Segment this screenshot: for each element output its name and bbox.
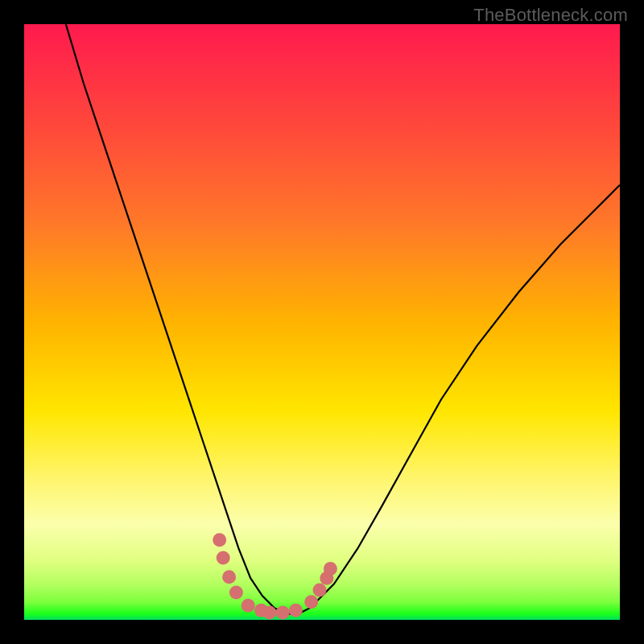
curve-marker (304, 595, 318, 609)
curve-marker (229, 586, 243, 600)
chart-frame: TheBottleneck.com (0, 0, 644, 644)
chart-svg (24, 24, 620, 620)
brand-label: TheBottleneck.com (473, 5, 628, 26)
curve-marker (276, 606, 290, 620)
curve-marker (262, 606, 276, 620)
curve-marker (222, 570, 236, 584)
curve-marker (242, 599, 255, 613)
curve-marker (324, 562, 337, 576)
bottleneck-curve (66, 24, 620, 614)
plot-area (24, 24, 620, 620)
curve-marker (289, 604, 303, 617)
curve-marker (213, 533, 226, 547)
curve-markers (213, 533, 337, 619)
curve-marker (313, 584, 327, 597)
curve-marker (217, 551, 230, 565)
